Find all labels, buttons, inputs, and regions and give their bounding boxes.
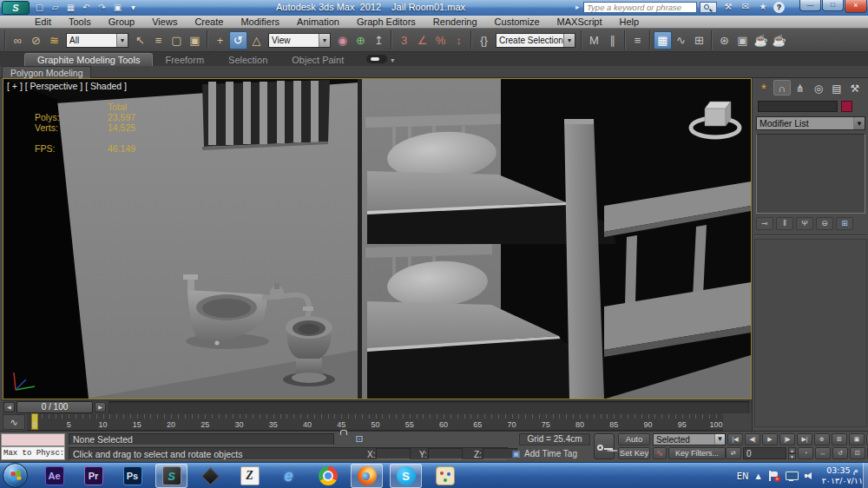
mirror-icon[interactable]: M: [585, 31, 603, 49]
object-color-swatch[interactable]: [841, 101, 852, 112]
save-file-icon[interactable]: ▦: [64, 1, 77, 14]
ribbon-tab-freeform[interactable]: Freeform: [153, 54, 216, 66]
search-button[interactable]: [700, 2, 717, 13]
ribbon-tab-selection[interactable]: Selection: [216, 54, 279, 66]
time-slider-track[interactable]: [108, 401, 749, 413]
clock[interactable]: 03:35 م ٢٠١٣/٠٧/١١: [822, 465, 863, 486]
menu-modifiers[interactable]: Modifiers: [232, 16, 288, 28]
previous-frame-arrow[interactable]: ◀: [3, 402, 15, 412]
curve-editor-icon[interactable]: ∿: [672, 31, 690, 49]
use-pivot-point-center-icon[interactable]: ◉: [333, 31, 352, 49]
go-to-end-button[interactable]: ▶|: [797, 433, 812, 445]
bind-to-space-warp-icon[interactable]: ≋: [45, 31, 63, 49]
keyboard-override-toggle-icon[interactable]: ↥: [370, 31, 388, 49]
frame-spinner[interactable]: ▲▼: [788, 447, 796, 459]
named-selection-sets-dropdown[interactable]: Create Selection Se▾: [496, 33, 575, 48]
arc-rotate-icon[interactable]: ↺: [832, 447, 848, 459]
maximize-button[interactable]: □: [822, 0, 844, 11]
tab-hierarchy[interactable]: ⋔: [792, 80, 809, 96]
select-and-link-icon[interactable]: ∞: [9, 31, 27, 49]
schematic-view-icon[interactable]: ⊞: [690, 31, 708, 49]
y-coordinate-field[interactable]: [428, 448, 463, 459]
select-and-rotate-icon[interactable]: ↺: [229, 31, 247, 49]
tab-motion[interactable]: ◎: [810, 80, 827, 96]
select-and-manipulate-icon[interactable]: ⊕: [352, 31, 370, 49]
pin-stack-icon[interactable]: ⊸: [756, 217, 773, 230]
ribbon-tab-graphite-modeling-tools[interactable]: Graphite Modeling Tools: [24, 53, 153, 66]
set-keys-button[interactable]: [594, 433, 615, 459]
window-crossing-icon[interactable]: ▣: [186, 31, 204, 49]
favorites-icon[interactable]: ★: [756, 1, 770, 13]
taskbar-photoshop[interactable]: Ps: [116, 464, 148, 488]
previous-frame-button[interactable]: ◀|: [745, 433, 760, 445]
reference-coordinate-system-dropdown[interactable]: View▾: [268, 33, 331, 48]
tray-expand-icon[interactable]: ▲: [756, 472, 761, 480]
key-mode-dropdown[interactable]: Selected ▼: [653, 433, 726, 445]
open-file-icon[interactable]: ▱: [49, 1, 62, 14]
undo-icon[interactable]: ↶: [80, 1, 93, 14]
configure-modifier-sets-icon[interactable]: ⊞: [836, 217, 853, 230]
show-end-result-icon[interactable]: ‖: [776, 217, 793, 230]
taskbar-chrome[interactable]: [312, 464, 344, 488]
tab-utilities[interactable]: ⚒: [846, 80, 864, 96]
menu-animation[interactable]: Animation: [288, 16, 348, 28]
communication-center-icon[interactable]: ✉: [739, 1, 753, 13]
help-icon[interactable]: ?: [773, 2, 785, 13]
menu-group[interactable]: Group: [100, 16, 144, 28]
align-icon[interactable]: ∥: [603, 31, 621, 49]
spinner-snap-icon[interactable]: ↕: [450, 31, 468, 49]
key-filters-button[interactable]: Key Filters...: [668, 447, 726, 459]
minimize-button[interactable]: —: [799, 0, 821, 11]
rectangular-selection-region-icon[interactable]: ▢: [168, 31, 186, 49]
action-center-icon[interactable]: ×: [768, 471, 779, 481]
modifier-stack-list[interactable]: [756, 134, 865, 214]
selection-filter-dropdown[interactable]: All▾: [66, 33, 128, 48]
remove-modifier-icon[interactable]: ⊖: [816, 217, 833, 230]
taskbar-zbrush[interactable]: Z: [233, 464, 266, 488]
spinner-up-icon[interactable]: ▲: [788, 447, 796, 453]
menu-maxscript[interactable]: MAXScript: [549, 16, 611, 28]
taskbar-internet-explorer[interactable]: e: [273, 464, 305, 488]
taskbar-premiere[interactable]: Pr: [77, 464, 109, 488]
select-and-move-icon[interactable]: +: [211, 31, 229, 49]
layer-manager-icon[interactable]: ≡: [628, 31, 647, 49]
taskbar-3ds-max[interactable]: S: [155, 464, 187, 488]
menu-graph-editors[interactable]: Graph Editors: [348, 16, 424, 28]
perspective-viewport[interactable]: [ + ] [ Perspective ] [ Shaded ] Total P…: [3, 78, 752, 399]
next-frame-arrow[interactable]: ▶: [95, 402, 106, 412]
subscription-center-icon[interactable]: ⚒: [721, 1, 735, 13]
ribbon-tab-object-paint[interactable]: Object Paint: [279, 54, 356, 66]
object-name-field[interactable]: [758, 101, 838, 112]
taskbar-skype[interactable]: S: [390, 464, 422, 488]
project-folder-icon[interactable]: ▣: [111, 1, 124, 14]
x-coordinate-field[interactable]: [376, 448, 411, 459]
time-configuration-icon[interactable]: ◔: [798, 447, 813, 459]
viewport-label[interactable]: [ + ] [ Perspective ] [ Shaded ]: [7, 81, 127, 91]
language-indicator[interactable]: EN: [737, 472, 749, 481]
volume-icon[interactable]: [805, 471, 815, 481]
macro-recorder-field[interactable]: [1, 433, 65, 446]
graphite-modeling-tools-toggle-icon[interactable]: ▦: [654, 31, 672, 49]
unlink-selection-icon[interactable]: ⊘: [27, 31, 45, 49]
render-production-icon[interactable]: ☕: [752, 31, 770, 49]
select-object-icon[interactable]: ↖: [131, 31, 149, 49]
percent-snap-icon[interactable]: %: [431, 31, 450, 49]
redo-icon[interactable]: ↷: [95, 1, 108, 14]
isolate-selection-icon[interactable]: ▣: [510, 448, 522, 459]
angle-snap-icon[interactable]: ∠: [413, 31, 431, 49]
tab-modify[interactable]: ∩: [773, 80, 791, 96]
zoom-region-icon[interactable]: ⊡: [850, 447, 865, 459]
play-button[interactable]: ▶: [762, 433, 778, 445]
ribbon-dropdown-icon[interactable]: ▾: [391, 56, 394, 64]
edit-named-selection-sets-icon[interactable]: {}: [475, 31, 493, 49]
close-button[interactable]: ×: [845, 0, 867, 13]
menu-rendering[interactable]: Rendering: [424, 16, 486, 28]
new-scene-icon[interactable]: ▢: [33, 1, 46, 14]
menu-edit[interactable]: Edit: [26, 16, 60, 28]
open-mini-curve-editor-button[interactable]: ∿: [3, 414, 25, 430]
render-setup-icon[interactable]: ⊛: [715, 31, 733, 49]
zoom-all-icon[interactable]: ⊞: [832, 433, 847, 445]
taskbar-firefox[interactable]: [351, 464, 383, 488]
rendered-frame-window-icon[interactable]: ▣: [733, 31, 752, 49]
ribbon-minimize-toggle[interactable]: [366, 55, 387, 63]
